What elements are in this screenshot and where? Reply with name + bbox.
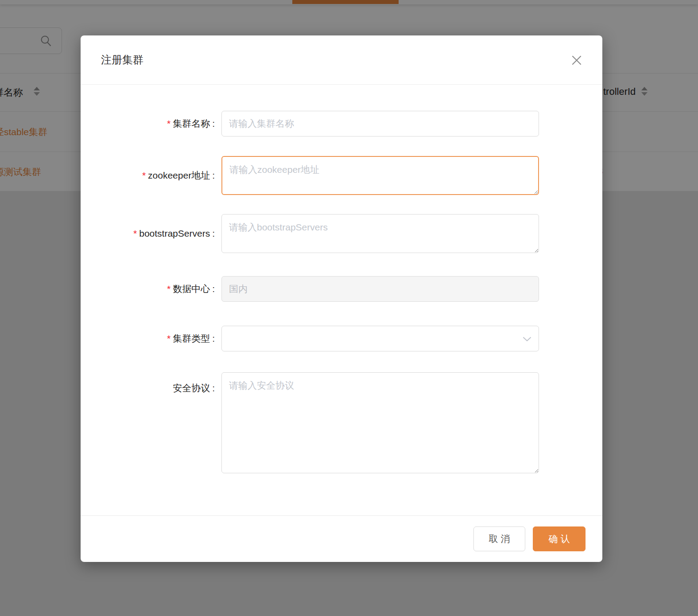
required-mark: * bbox=[167, 284, 171, 294]
cluster-type-select[interactable] bbox=[221, 326, 539, 351]
field-label: *zookeeper地址: bbox=[81, 156, 215, 195]
close-icon bbox=[571, 55, 582, 66]
field-label-text: 集群类型 bbox=[173, 333, 210, 343]
label-colon: : bbox=[212, 228, 215, 238]
bootstrap-servers-textarea[interactable] bbox=[221, 214, 539, 253]
field-label: *bootstrapServers: bbox=[81, 214, 215, 253]
label-colon: : bbox=[212, 118, 215, 129]
cluster-name-input[interactable] bbox=[221, 111, 539, 136]
field-label: *集群类型: bbox=[81, 326, 215, 351]
field-label-text: 数据中心 bbox=[173, 284, 210, 294]
label-colon: : bbox=[212, 170, 215, 180]
modal-footer: 取 消 确 认 bbox=[81, 515, 602, 562]
cancel-button[interactable]: 取 消 bbox=[473, 526, 525, 551]
required-mark: * bbox=[167, 333, 171, 343]
zookeeper-address-textarea[interactable] bbox=[221, 156, 539, 195]
security-protocol-textarea[interactable] bbox=[221, 372, 539, 473]
chevron-down-icon bbox=[523, 337, 531, 342]
modal-header: 注册集群 bbox=[81, 35, 602, 85]
modal-title: 注册集群 bbox=[101, 35, 143, 84]
field-label-text: bootstrapServers bbox=[139, 228, 210, 238]
label-colon: : bbox=[212, 333, 215, 343]
confirm-button[interactable]: 确 认 bbox=[533, 526, 586, 551]
required-mark: * bbox=[142, 170, 146, 180]
register-cluster-modal: 注册集群 *集群名称: *zookeeper地址: *bootstrapServ… bbox=[81, 35, 602, 562]
label-colon: : bbox=[212, 383, 215, 393]
required-mark: * bbox=[133, 228, 137, 238]
field-label: *集群名称: bbox=[81, 111, 215, 136]
field-label-text: 集群名称 bbox=[173, 118, 210, 129]
required-mark: * bbox=[167, 118, 171, 129]
label-colon: : bbox=[212, 284, 215, 294]
field-label: 安全协议: bbox=[81, 372, 215, 395]
close-button[interactable] bbox=[571, 55, 582, 66]
field-label-text: zookeeper地址 bbox=[148, 170, 210, 180]
field-label: *数据中心: bbox=[81, 276, 215, 302]
data-center-input bbox=[221, 276, 539, 302]
field-label-text: 安全协议 bbox=[173, 383, 210, 393]
